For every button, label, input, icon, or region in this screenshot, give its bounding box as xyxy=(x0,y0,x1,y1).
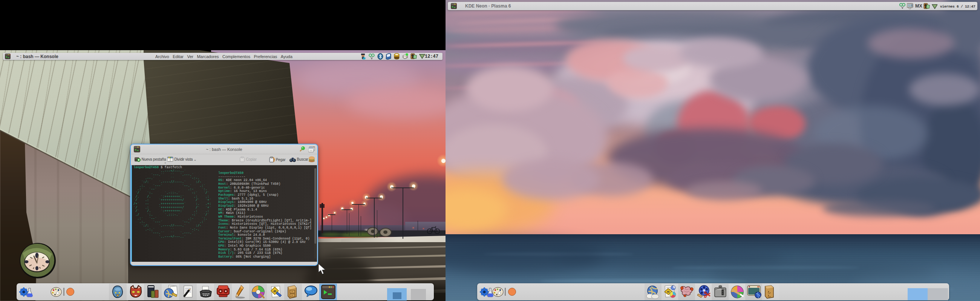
svg-text:4t: 4t xyxy=(667,290,670,293)
svg-text:4t: 4t xyxy=(273,289,276,293)
